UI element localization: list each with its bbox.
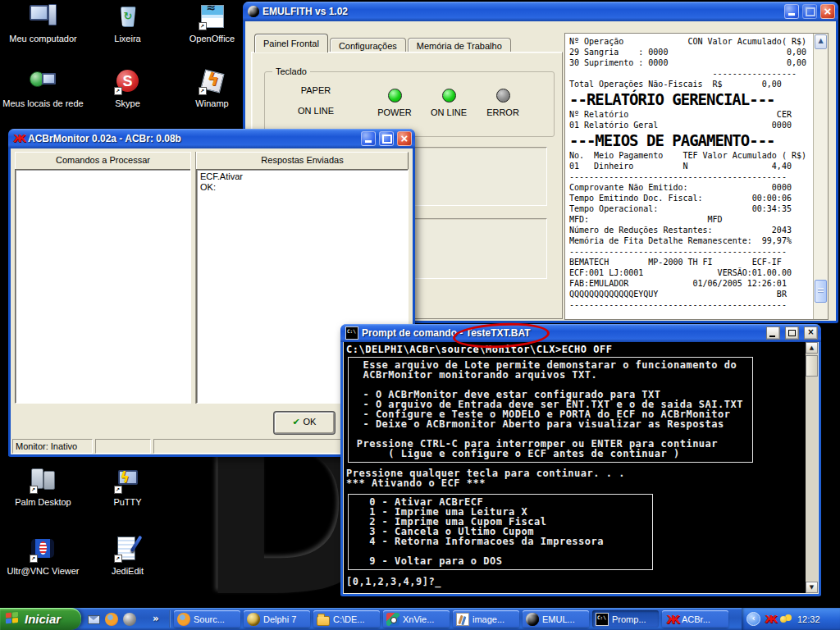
dos-minimize-button[interactable] [766, 326, 780, 340]
taskbar-clock[interactable]: 12:32 [797, 614, 820, 624]
delphi-icon [247, 613, 260, 626]
receipt-line: ECF:001 LJ:0001 VERSÃO:01.00.00 [569, 267, 813, 278]
tray-notification-icons[interactable] [780, 614, 792, 625]
emulfith-title: EMULFITH vs 1.02 [262, 6, 781, 17]
outlook-icon[interactable] [87, 613, 100, 626]
console-scrollbar[interactable] [806, 342, 818, 593]
desktop-icon-openoffice[interactable]: OpenOffice [170, 1, 254, 66]
taskbutton-xnview[interactable]: XnVie... [383, 610, 450, 628]
receipt-line: Total Operações Não-Fiscais R$ 0,00 [569, 79, 813, 89]
dos-close-button[interactable] [804, 326, 818, 340]
dos-app-icon [345, 326, 358, 340]
responses-text: ECF.Ativar OK: [197, 170, 408, 194]
receipt-line: Nº Operação CON Valor Acumulado( R$) [569, 36, 813, 47]
receipt-line: QQQQQQQQQQQQQEYQUY BR [569, 289, 813, 299]
receipt-text: Nº Operação CON Valor Acumulado( R$)29 S… [565, 34, 813, 319]
acbrmonitor-maximize-button[interactable] [379, 131, 394, 146]
quick-launch-area [87, 608, 136, 630]
scroll-up-button[interactable] [815, 34, 827, 49]
receipt-line: ----------------- [569, 68, 813, 79]
emulfith-icon [526, 613, 539, 626]
emulfith-minimize-button[interactable] [784, 4, 799, 19]
tray-acbr-icon[interactable] [765, 614, 776, 625]
desktop-icon-jediedit[interactable]: JediEdit [85, 533, 170, 602]
dos-maximize-button[interactable] [785, 326, 799, 340]
console-scroll-thumb[interactable] [806, 355, 818, 377]
desktop-icon-putty[interactable]: PuTTY [85, 464, 170, 533]
emulfith-close-button[interactable] [820, 4, 835, 19]
folder-icon [317, 616, 330, 626]
taskbutton-acbr[interactable]: ACBr... [662, 610, 728, 628]
desktop-icon-label: Palm Desktop [1, 497, 85, 508]
window-dos-prompt: Prompt de comando - TesteTXT.BAT C:\DELP… [340, 324, 821, 596]
desktop: D7 Meu computador Lixeira O [0, 0, 840, 630]
acbrmonitor-title: ACBrMonitor 0.02a - ACBr: 0.08b [28, 133, 358, 144]
desktop-icon-skype[interactable]: Skype [85, 66, 170, 130]
desktop-icon-label: OpenOffice [170, 34, 254, 44]
led-item: ON LINE [422, 89, 475, 117]
acbrmonitor-titlebar[interactable]: ACBrMonitor 0.02a - ACBr: 0.08b [8, 129, 415, 148]
receipt-line: Tempo Operacional: 00:34:35 [569, 203, 813, 214]
receipt-scrollbar[interactable] [813, 34, 828, 319]
tray-hide-icons-chevron[interactable] [746, 612, 760, 626]
firefox-icon[interactable] [105, 613, 118, 626]
receipt-line: Memória de Fita Detalhe Remanescente: 99… [569, 235, 813, 246]
receipt-line: Comprovante Não Emitido: 0000 [569, 182, 813, 193]
desktop-icon-label: Winamp [170, 98, 254, 109]
desktop-icon-label: Meu computador [1, 34, 85, 44]
panel-splitter[interactable] [190, 152, 196, 404]
desktop-icon-ultravnc-viewer[interactable]: Ultr@VNC Viewer [1, 533, 85, 602]
tab-configuracoes[interactable]: Configurações [330, 38, 406, 52]
commands-listbox[interactable] [15, 169, 191, 404]
taskbutton-source[interactable]: Sourc... [174, 610, 240, 628]
desktop-icon-label: Skype [85, 98, 170, 109]
dos-titlebar[interactable]: Prompt de comando - TesteTXT.BAT [340, 324, 821, 342]
console-scroll-down-button[interactable] [806, 582, 818, 593]
desktop-icon-meu-computador[interactable]: Meu computador [1, 1, 85, 66]
dos-title: Prompt de comando - TesteTXT.BAT [362, 327, 761, 339]
desktop-icon-winamp[interactable]: Winamp [170, 66, 254, 130]
computer-icon [30, 2, 57, 30]
taskbutton-explorer[interactable]: C:\DE... [313, 610, 380, 628]
desktop-icon-palm-desktop[interactable]: Palm Desktop [1, 464, 85, 533]
receipt-line: MFD: MFD [569, 214, 813, 225]
dos-body: C:\DELPHI\ACBr\source\Monitor\CLX>ECHO O… [343, 342, 819, 594]
tab-painel-frontal[interactable]: Painel Frontal [254, 34, 328, 52]
scroll-thumb[interactable] [815, 280, 827, 303]
windows-flag-icon [6, 613, 20, 625]
quick-launch-overflow-chevron[interactable]: » [153, 613, 159, 624]
acbrmonitor-close-button[interactable] [397, 131, 412, 146]
led-row: POWER ON LINE ERROR [368, 89, 529, 117]
taskbutton-image[interactable]: image... [453, 610, 519, 628]
receipt-line: Número de Reduções Restantes: 2043 [569, 225, 813, 235]
desktop-icon-lixeira[interactable]: Lixeira [85, 1, 170, 66]
receipt-line: BEMATECH MP-2000 TH FI ECF-IF [569, 257, 813, 267]
taskbutton-emulfith[interactable]: EMUL... [523, 610, 589, 628]
start-button[interactable]: Iniciar [0, 608, 81, 630]
console-scroll-up-button[interactable] [806, 342, 818, 354]
taskbutton-delphi7[interactable]: Delphi 7 [244, 610, 310, 628]
emulfith-app-icon [248, 6, 259, 17]
taskbutton-prompt[interactable]: Promp... [592, 610, 659, 628]
dos-title-filename: TesteTXT.BAT [466, 327, 531, 339]
commands-header: Comandos a Processar [15, 152, 191, 170]
led-indicator-icon [496, 89, 510, 103]
emulfith-maximize-button[interactable] [802, 4, 817, 19]
console-menu-box: 0 - Ativar ACBrECF 1 - Imprime uma Leitu… [348, 494, 653, 570]
acbrmonitor-minimize-button[interactable] [361, 131, 376, 146]
gray-sphere-icon[interactable] [123, 613, 136, 626]
desktop-icons-bottom: Palm Desktop PuTTY Ultr@VNC Viewer [1, 464, 170, 602]
desktop-icon-meus-locais-de-rede[interactable]: Meus locais de rede [1, 66, 85, 130]
console-continue-lines: Pressione qualquer tecla para continuar.… [346, 468, 806, 488]
receipt-line: No. Meio Pagamento TEF Valor Acumulado (… [569, 150, 813, 161]
receipt-line: 29 Sangria : 0000 0,00 [569, 47, 813, 57]
ok-button[interactable]: OK [274, 412, 335, 434]
console-input-line: [0,1,2,3,4,9]?_ [346, 577, 806, 587]
xnview-icon [386, 613, 399, 626]
receipt-line: ----------------------------------------… [569, 299, 813, 310]
desktop-icon-label: PuTTY [85, 497, 170, 508]
tab-memoria-de-trabalho[interactable]: Memória de Trabalho [408, 38, 511, 52]
receipt-line: Tempo Emitindo Doc. Fiscal: 00:00:06 [569, 193, 813, 203]
emulfith-titlebar[interactable]: EMULFITH vs 1.02 [243, 2, 838, 21]
image-editor-icon [456, 613, 469, 626]
